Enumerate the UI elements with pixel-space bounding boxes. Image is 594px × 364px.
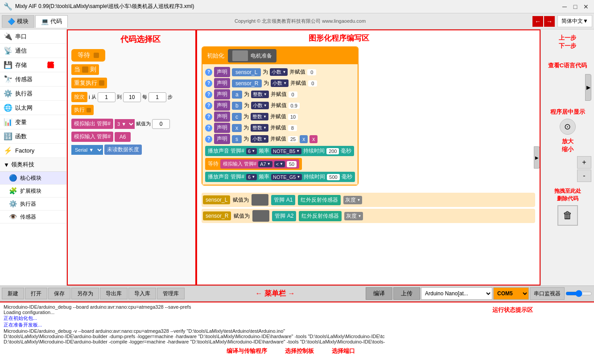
- decl-block-7[interactable]: 声明: [214, 134, 230, 144]
- sensor-r-pin-block[interactable]: 管脚 A2: [272, 211, 296, 221]
- decl-var-7[interactable]: s: [232, 135, 242, 143]
- analog-out-block[interactable]: 模拟输出 管脚#: [71, 119, 113, 129]
- center-display-button[interactable]: ⊙: [560, 119, 576, 135]
- sensor-l-pin-block[interactable]: 管脚 A1: [271, 195, 295, 205]
- nav-forward-button[interactable]: →: [544, 16, 555, 27]
- port-select[interactable]: COM5: [493, 287, 529, 300]
- sound1-note-dropdown[interactable]: NOTE_B5: [271, 148, 301, 154]
- wait-cond-block[interactable]: 等待 模拟输入 管脚# A7 < 50: [205, 158, 302, 170]
- decl-type-2[interactable]: 小数: [271, 79, 289, 87]
- import-lib-button[interactable]: 导入库: [128, 288, 156, 299]
- analog-in-pin-input[interactable]: [115, 132, 131, 142]
- help-icon-1[interactable]: ?: [205, 69, 212, 76]
- sidebar-item-serial[interactable]: 🔌 串口: [0, 29, 66, 44]
- when-block[interactable]: 当 则: [71, 64, 99, 75]
- view-code-tab[interactable]: ▶: [585, 74, 591, 101]
- save-button[interactable]: 保存: [48, 288, 70, 299]
- sidebar-item-ext-module[interactable]: 🧩 扩展模块: [0, 185, 66, 198]
- sidebar-group-lingao[interactable]: ▼ 领奥科技: [0, 158, 66, 172]
- new-button[interactable]: 新建: [2, 288, 24, 299]
- loop-from-input[interactable]: [98, 92, 116, 102]
- decl-block-4[interactable]: 声明: [214, 100, 230, 111]
- play-sound-1-block[interactable]: 播放声音 管脚# 6 频率 NOTE_B5 持续时间 200 毫秒: [205, 146, 354, 156]
- compile-button[interactable]: 编译: [366, 287, 392, 300]
- delete-area[interactable]: 🗑: [557, 205, 578, 226]
- decl-type-6[interactable]: 整数: [251, 124, 268, 132]
- zoom-out-button[interactable]: -: [577, 170, 591, 182]
- analog-out-val-input[interactable]: [152, 119, 170, 129]
- play-sound-2-block[interactable]: 播放声音 管脚# 6 频率 NOTE_G5 持续时间 500 毫秒: [205, 172, 355, 182]
- zoom-in-button[interactable]: +: [577, 156, 591, 169]
- decl-var-3[interactable]: a: [232, 91, 242, 99]
- help-icon-7[interactable]: ?: [205, 136, 212, 143]
- decl-type-1[interactable]: 小数: [270, 68, 288, 76]
- analog-in-cond-block[interactable]: 模拟输入 管脚# A7 < 50: [220, 159, 299, 169]
- init-header[interactable]: 初始化 电机准备: [202, 47, 358, 64]
- sidebar-item-actuator[interactable]: ⚙️ 执行器: [0, 87, 66, 101]
- serial-action-block[interactable]: 未读数据长度: [104, 145, 142, 155]
- minimize-button[interactable]: ─: [560, 2, 569, 11]
- help-icon-2[interactable]: ?: [205, 80, 212, 87]
- sensor-r-mode-dropdown[interactable]: 灰度: [344, 212, 363, 220]
- sound1-pin-dropdown[interactable]: 6: [246, 148, 257, 154]
- loop-step-input[interactable]: [148, 92, 166, 102]
- tab-module[interactable]: 🔷 模块: [2, 15, 34, 28]
- right-side-tab[interactable]: ▶: [534, 146, 540, 169]
- for-loop-label[interactable]: 按次: [71, 92, 87, 102]
- serial-monitor-button[interactable]: 串口监视器: [530, 287, 565, 300]
- maximize-button[interactable]: □: [571, 2, 580, 11]
- sidebar-item-core-module[interactable]: 🔵 核心模块: [0, 172, 66, 185]
- help-icon-4[interactable]: ?: [205, 102, 212, 109]
- sidebar-item-func[interactable]: 🔢 函数: [0, 129, 66, 144]
- help-icon-5[interactable]: ?: [205, 113, 212, 120]
- decl-block-6[interactable]: 声明: [214, 123, 230, 133]
- wait-pin-dropdown[interactable]: A7: [258, 161, 272, 167]
- decl-block-2[interactable]: 声明: [214, 78, 230, 88]
- decl-type-3[interactable]: 整数: [251, 91, 269, 98]
- nav-back-button[interactable]: ←: [532, 16, 543, 27]
- sidebar-item-sensor2[interactable]: 👁️ 传感器: [0, 211, 66, 223]
- sidebar-item-sensor[interactable]: 🔭 传感器: [0, 72, 66, 87]
- language-button[interactable]: 简体中文▼: [557, 15, 592, 27]
- manage-lib-button[interactable]: 管理库: [157, 288, 185, 299]
- open-button[interactable]: 打开: [25, 288, 47, 299]
- sound2-pin-dropdown[interactable]: 6: [246, 174, 257, 180]
- decl-var-4[interactable]: b: [232, 102, 242, 110]
- analog-out-pin-select[interactable]: 3 ▼: [115, 119, 135, 129]
- decl-type-5[interactable]: 整数: [251, 113, 268, 120]
- upload-button[interactable]: 上传: [393, 287, 420, 300]
- sensor-l-var-block[interactable]: sensor_L: [203, 195, 230, 204]
- decl-type-4[interactable]: 小数: [251, 102, 269, 109]
- sidebar-item-ethernet[interactable]: 🌐 以太网: [0, 101, 66, 115]
- help-icon-6[interactable]: ?: [205, 124, 212, 132]
- tab-code[interactable]: 💻 代码: [35, 15, 68, 28]
- close-button[interactable]: ✕: [582, 2, 590, 11]
- save-as-button[interactable]: 另存为: [71, 288, 99, 299]
- decl-var-2[interactable]: sensor_R: [232, 79, 262, 87]
- decl-var-6[interactable]: x: [232, 124, 242, 132]
- decl-var-1[interactable]: sensor_L: [232, 68, 261, 76]
- sensor-l-mode-dropdown[interactable]: 灰度: [343, 196, 362, 204]
- speed-slider[interactable]: [565, 290, 592, 297]
- repeat-block[interactable]: 重复执行: [71, 78, 107, 88]
- decl-block-1[interactable]: 声明: [214, 67, 230, 77]
- sidebar-item-comm[interactable]: 📡 通信: [0, 44, 66, 58]
- decl-var-5[interactable]: c: [232, 113, 242, 121]
- export-lib-button[interactable]: 导出库: [100, 288, 128, 299]
- board-select[interactable]: Arduino Nano[at...: [421, 287, 492, 300]
- decl-type-7[interactable]: 小数: [251, 135, 268, 143]
- exec-block[interactable]: 执行: [71, 105, 94, 115]
- help-icon-3[interactable]: ?: [205, 91, 212, 98]
- decl-op-x[interactable]: x: [300, 135, 308, 143]
- decl-block-3[interactable]: 声明: [214, 89, 230, 99]
- analog-in-block[interactable]: 模拟输入 管脚#: [71, 132, 113, 142]
- sidebar-item-factory[interactable]: ⚡ Factory: [0, 144, 66, 158]
- sensor-r-type-block[interactable]: 红外反射传感器: [299, 211, 342, 221]
- sidebar-item-var[interactable]: 📊 变量: [0, 115, 66, 129]
- wait-block[interactable]: 等待: [71, 49, 105, 62]
- sidebar-item-actuator2[interactable]: ⚙️ 执行器: [0, 198, 66, 211]
- sensor-l-type-block[interactable]: 红外反射传感器: [298, 195, 341, 205]
- motor-block[interactable]: 电机准备: [228, 49, 276, 62]
- decl-op-mul[interactable]: x: [309, 135, 318, 143]
- wait-op-dropdown[interactable]: <: [274, 161, 285, 167]
